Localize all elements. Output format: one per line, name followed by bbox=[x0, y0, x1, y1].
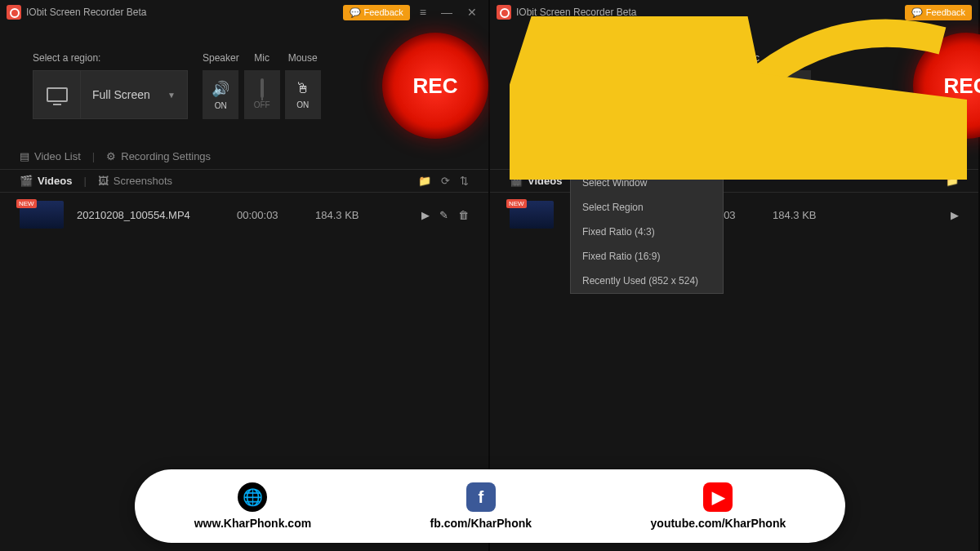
youtube-icon: ▶ bbox=[703, 482, 733, 512]
video-list-label: Video List bbox=[34, 150, 81, 162]
speaker-state: ON bbox=[215, 101, 227, 110]
video-list-label: Video List bbox=[524, 150, 571, 162]
speaker-toggle-col: Speaker 🔊 ON bbox=[693, 52, 729, 119]
region-value-text: Full Screen bbox=[92, 88, 150, 101]
video-thumbnail[interactable]: NEW bbox=[20, 201, 64, 229]
dropdown-item-fixed-16-9[interactable]: Fixed Ratio (16:9) bbox=[571, 244, 723, 269]
website-url: www.KharPhonk.com bbox=[194, 517, 311, 530]
region-label: Select a region: bbox=[33, 52, 188, 64]
sort-icon[interactable]: ⇅ bbox=[460, 175, 469, 187]
row-actions: ▶ ✎ 🗑 bbox=[421, 209, 469, 221]
mouse-toggle-col: Mouse 🖱 OFF bbox=[775, 52, 811, 119]
controls-row: Select a region: Full Screen ▼ Speaker 🔊… bbox=[0, 24, 488, 139]
feedback-label: Feedback bbox=[926, 7, 965, 17]
mic-toggle-col: Mic OFF bbox=[244, 52, 280, 119]
monitor-icon bbox=[523, 71, 571, 118]
toggle-group: Speaker 🔊 ON Mic OFF Mouse 🖱 OFF bbox=[693, 52, 811, 119]
speaker-toggle[interactable]: 🔊 ON bbox=[203, 70, 238, 119]
globe-icon: 🌐 bbox=[238, 482, 267, 512]
speaker-toggle[interactable]: 🔊 ON bbox=[693, 70, 728, 119]
record-button[interactable]: REC bbox=[382, 33, 488, 139]
new-badge: NEW bbox=[16, 199, 37, 208]
section-tabs: ▤ Video List bbox=[490, 139, 978, 169]
facebook-icon: f bbox=[466, 482, 496, 512]
mic-toggle-col: Mic OFF bbox=[734, 52, 770, 119]
recording-settings-tab[interactable]: ⚙ Recording Settings bbox=[106, 150, 211, 162]
screenshots-tab[interactable]: 🖼 Screenshots bbox=[98, 175, 172, 187]
video-row: NEW 20210208_100554.MP4 00:00:03 184.3 K… bbox=[0, 193, 488, 237]
folder-icon[interactable]: 📁 bbox=[946, 175, 959, 187]
separator: | bbox=[83, 175, 86, 187]
minimize-icon[interactable]: — bbox=[436, 6, 457, 19]
separator: | bbox=[92, 150, 95, 162]
settings-label: Recording Settings bbox=[121, 150, 211, 162]
dropdown-item-select-window[interactable]: Select Window bbox=[571, 171, 723, 195]
film-icon: 🎬 bbox=[510, 175, 523, 187]
cursor-icon: 🖱 bbox=[296, 80, 310, 97]
dropdown-item-fixed-4-3[interactable]: Fixed Ratio (4:3) bbox=[571, 220, 723, 244]
region-column: Select a region: Full Screen ▼ bbox=[523, 52, 678, 119]
list-tools: 📁 ⟳ ⇅ bbox=[418, 175, 469, 187]
app-logo-icon bbox=[497, 5, 511, 20]
mic-label: Mic bbox=[254, 52, 270, 64]
region-value[interactable]: Full Screen ▼ bbox=[571, 71, 677, 118]
videos-tab[interactable]: 🎬 Videos bbox=[20, 175, 72, 187]
chevron-down-icon: ▼ bbox=[167, 91, 176, 100]
mouse-label: Mouse bbox=[778, 52, 808, 64]
gear-icon: ⚙ bbox=[106, 150, 116, 162]
videos-tab[interactable]: 🎬 Videos bbox=[510, 175, 562, 187]
video-list-tab[interactable]: ▤ Video List bbox=[20, 150, 81, 162]
file-duration: 00:00:03 bbox=[237, 209, 302, 221]
social-website[interactable]: 🌐 www.KharPhonk.com bbox=[194, 482, 311, 530]
video-row: NEW 00:00:03 184.3 KB ▶ bbox=[490, 193, 978, 237]
social-facebook[interactable]: f fb.com/KharPhonk bbox=[430, 482, 532, 530]
feedback-button[interactable]: 💬 Feedback bbox=[905, 5, 972, 20]
new-badge: NEW bbox=[506, 199, 527, 208]
monitor-icon bbox=[33, 71, 81, 118]
region-value-text: Full Screen bbox=[582, 88, 640, 101]
screenshots-label: Screenshots bbox=[114, 175, 172, 187]
dropdown-item-fullscreen[interactable]: Full Screen bbox=[571, 146, 723, 171]
chevron-down-icon: ▼ bbox=[657, 91, 666, 100]
mic-toggle[interactable]: OFF bbox=[734, 70, 770, 119]
app-title: IObit Screen Recorder Beta bbox=[516, 7, 900, 18]
edit-icon[interactable]: ✎ bbox=[439, 209, 448, 221]
folder-icon[interactable]: 📁 bbox=[418, 175, 431, 187]
feedback-button[interactable]: 💬 Feedback bbox=[343, 5, 410, 20]
app-window-right: IObit Screen Recorder Beta 💬 Feedback Se… bbox=[490, 0, 980, 551]
close-icon[interactable]: ✕ bbox=[462, 6, 482, 19]
row-actions: ▶ bbox=[951, 209, 959, 221]
video-list-tab[interactable]: ▤ Video List bbox=[510, 150, 571, 162]
region-column: Select a region: Full Screen ▼ bbox=[33, 52, 188, 119]
region-select[interactable]: Full Screen ▼ bbox=[523, 70, 678, 119]
mic-toggle[interactable]: OFF bbox=[244, 70, 280, 119]
mic-state: OFF bbox=[744, 100, 760, 109]
videos-label: Videos bbox=[528, 175, 562, 187]
delete-icon[interactable]: 🗑 bbox=[458, 209, 469, 221]
region-dropdown: Full Screen Select Window Select Region … bbox=[570, 145, 724, 294]
video-thumbnail[interactable]: NEW bbox=[510, 201, 554, 229]
dropdown-item-select-region[interactable]: Select Region bbox=[571, 195, 723, 220]
region-value[interactable]: Full Screen ▼ bbox=[81, 71, 187, 118]
play-icon[interactable]: ▶ bbox=[951, 209, 959, 221]
dropdown-item-recently-used[interactable]: Recently Used (852 x 524) bbox=[571, 269, 723, 293]
menu-icon[interactable]: ≡ bbox=[415, 6, 431, 19]
play-icon[interactable]: ▶ bbox=[421, 209, 430, 221]
refresh-icon[interactable]: ⟳ bbox=[441, 175, 450, 187]
mic-state: OFF bbox=[254, 100, 270, 109]
mouse-state: ON bbox=[296, 100, 309, 109]
videos-label: Videos bbox=[38, 175, 72, 187]
list-icon: ▤ bbox=[510, 150, 519, 162]
app-window-left: IObit Screen Recorder Beta 💬 Feedback ≡ … bbox=[0, 0, 490, 551]
chat-icon: 💬 bbox=[911, 7, 923, 18]
mouse-toggle[interactable]: 🖱 OFF bbox=[775, 70, 811, 119]
region-select[interactable]: Full Screen ▼ bbox=[33, 70, 188, 119]
toggle-group: Speaker 🔊 ON Mic OFF Mouse 🖱 ON bbox=[203, 52, 321, 119]
region-label: Select a region: bbox=[523, 52, 678, 64]
titlebar: IObit Screen Recorder Beta 💬 Feedback bbox=[490, 0, 978, 24]
mouse-toggle[interactable]: 🖱 ON bbox=[285, 70, 321, 119]
file-name[interactable]: 20210208_100554.MP4 bbox=[77, 209, 224, 221]
social-youtube[interactable]: ▶ youtube.com/KharPhonk bbox=[651, 482, 786, 530]
record-button[interactable]: REC bbox=[913, 33, 980, 139]
file-size: 184.3 KB bbox=[315, 209, 381, 221]
